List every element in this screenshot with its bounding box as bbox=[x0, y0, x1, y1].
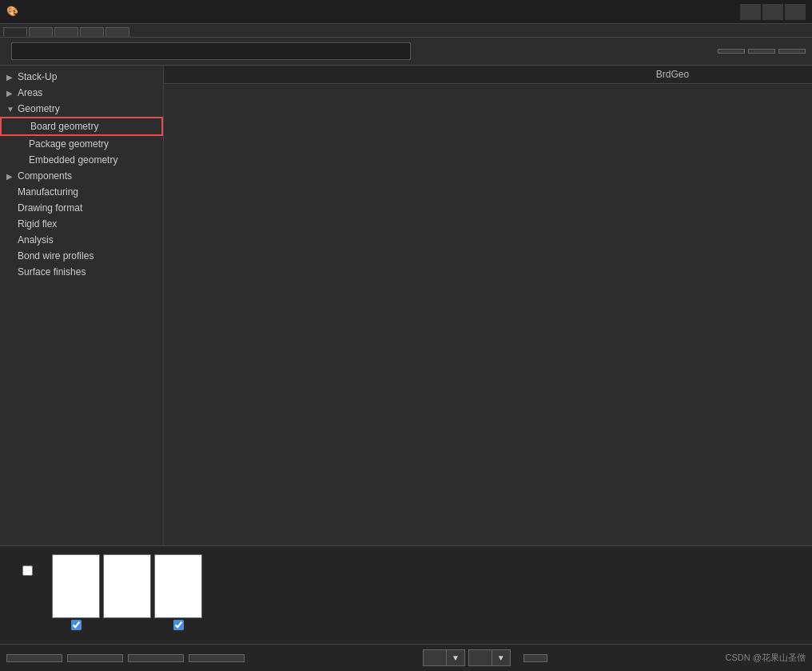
sidebar-label: Areas bbox=[18, 87, 42, 98]
sidebar-item-manufacturing[interactable]: Manufacturing bbox=[0, 184, 163, 200]
highlight-section bbox=[14, 551, 36, 576]
bottom-panel bbox=[0, 545, 812, 644]
tab-visibility-pane[interactable] bbox=[105, 27, 129, 37]
cancel-button[interactable] bbox=[67, 654, 123, 662]
col-header-name bbox=[164, 66, 607, 84]
arrow-icon: ▶ bbox=[6, 89, 18, 98]
visibility-last-button[interactable] bbox=[778, 49, 806, 54]
window-controls bbox=[740, 4, 806, 20]
sidebar: ▶ Stack-Up ▶ Areas ▼ Geometry Board geom… bbox=[0, 66, 164, 545]
sidebar-label: Surface finishes bbox=[18, 266, 86, 278]
sidebar-label: Board geometry bbox=[30, 121, 98, 132]
layer-table: BrdGeo bbox=[164, 66, 812, 84]
sidebar-label: Geometry bbox=[18, 103, 60, 114]
preview-box-3[interactable] bbox=[154, 554, 202, 618]
load-button[interactable] bbox=[423, 649, 446, 666]
sidebar-label: Rigid flex bbox=[18, 218, 57, 230]
tab-bar bbox=[0, 24, 812, 38]
col-header-extra bbox=[738, 66, 812, 84]
help-button[interactable] bbox=[523, 654, 547, 662]
sidebar-item-embedded-geometry[interactable]: Embedded geometry bbox=[0, 152, 163, 168]
tab-layers[interactable] bbox=[3, 27, 27, 37]
sidebar-label: Drawing format bbox=[18, 202, 82, 214]
watermark: CSDN @花果山圣僧 bbox=[726, 652, 806, 664]
sidebar-item-components[interactable]: ▶ Components bbox=[0, 168, 163, 184]
layer-table-container: BrdGeo bbox=[164, 66, 812, 545]
reset-button[interactable] bbox=[189, 654, 245, 662]
sidebar-item-stack-up[interactable]: ▶ Stack-Up bbox=[0, 69, 163, 85]
filter-bar bbox=[0, 38, 812, 66]
sidebar-item-package-geometry[interactable]: Package geometry bbox=[0, 136, 163, 152]
selected-previews bbox=[52, 554, 202, 634]
selected-section bbox=[52, 551, 202, 634]
sidebar-item-analysis[interactable]: Analysis bbox=[0, 232, 163, 248]
maximize-button[interactable] bbox=[762, 4, 783, 20]
arrow-icon: ▶ bbox=[6, 73, 18, 82]
sidebar-item-geometry[interactable]: ▼ Geometry bbox=[0, 101, 163, 117]
preview-box-1[interactable] bbox=[52, 554, 100, 618]
sidebar-item-board-geometry[interactable]: Board geometry bbox=[0, 117, 163, 136]
apply-button[interactable] bbox=[128, 654, 184, 662]
visibility-on-button[interactable] bbox=[718, 49, 745, 54]
arrow-icon: ▼ bbox=[6, 105, 18, 114]
sidebar-label: Stack-Up bbox=[18, 71, 57, 82]
ok-button[interactable] bbox=[6, 654, 62, 662]
close-button[interactable] bbox=[785, 4, 806, 20]
minimize-button[interactable] bbox=[740, 4, 761, 20]
tab-display[interactable] bbox=[54, 27, 78, 37]
title-bar: 🎨 bbox=[0, 0, 812, 24]
tab-nets[interactable] bbox=[29, 27, 53, 37]
bottom-panel-top bbox=[6, 551, 806, 634]
sidebar-label: Components bbox=[18, 170, 72, 182]
app-icon: 🎨 bbox=[6, 6, 19, 18]
bottom-buttons: ▼ ▼ CSDN @花果山圣僧 bbox=[0, 644, 812, 671]
save-split-btn: ▼ bbox=[468, 649, 511, 666]
global-visibility bbox=[711, 49, 806, 54]
highlight-unused-checkbox[interactable] bbox=[22, 565, 33, 576]
load-save-section: ▼ ▼ bbox=[423, 649, 511, 666]
sidebar-label: Analysis bbox=[18, 234, 54, 246]
sidebar-label: Bond wire profiles bbox=[18, 250, 94, 262]
load-dropdown-button[interactable]: ▼ bbox=[446, 649, 465, 666]
preview-checkbox-3[interactable] bbox=[173, 620, 184, 630]
sidebar-item-rigid-flex[interactable]: Rigid flex bbox=[0, 216, 163, 232]
selected-preview-3 bbox=[154, 554, 202, 634]
sidebar-label: Package geometry bbox=[29, 138, 109, 150]
selected-preview-1 bbox=[52, 554, 100, 634]
save-dropdown-button[interactable]: ▼ bbox=[492, 649, 511, 666]
main-container: ▶ Stack-Up ▶ Areas ▼ Geometry Board geom… bbox=[0, 24, 812, 671]
arrow-icon: ▶ bbox=[6, 172, 18, 181]
tab-favorites[interactable] bbox=[80, 27, 104, 37]
highlight-unused-section bbox=[22, 565, 36, 576]
content-area: ▶ Stack-Up ▶ Areas ▼ Geometry Board geom… bbox=[0, 66, 812, 545]
sidebar-item-drawing-format[interactable]: Drawing format bbox=[0, 200, 163, 216]
preview-box-2[interactable] bbox=[103, 554, 151, 618]
visibility-off-button[interactable] bbox=[748, 49, 775, 54]
selected-preview-2 bbox=[103, 554, 151, 634]
sidebar-item-areas[interactable]: ▶ Areas bbox=[0, 85, 163, 101]
load-split-btn: ▼ bbox=[423, 649, 465, 666]
filter-input[interactable] bbox=[11, 42, 411, 60]
sidebar-item-bond-wire-profiles[interactable]: Bond wire profiles bbox=[0, 248, 163, 264]
sidebar-label: Manufacturing bbox=[18, 186, 78, 198]
sidebar-item-surface-finishes[interactable]: Surface finishes bbox=[0, 264, 163, 280]
save-button[interactable] bbox=[468, 649, 492, 666]
col-header-brdgeo: BrdGeo bbox=[607, 66, 738, 84]
preview-checkbox-1[interactable] bbox=[71, 620, 82, 630]
sidebar-label: Embedded geometry bbox=[29, 154, 117, 166]
